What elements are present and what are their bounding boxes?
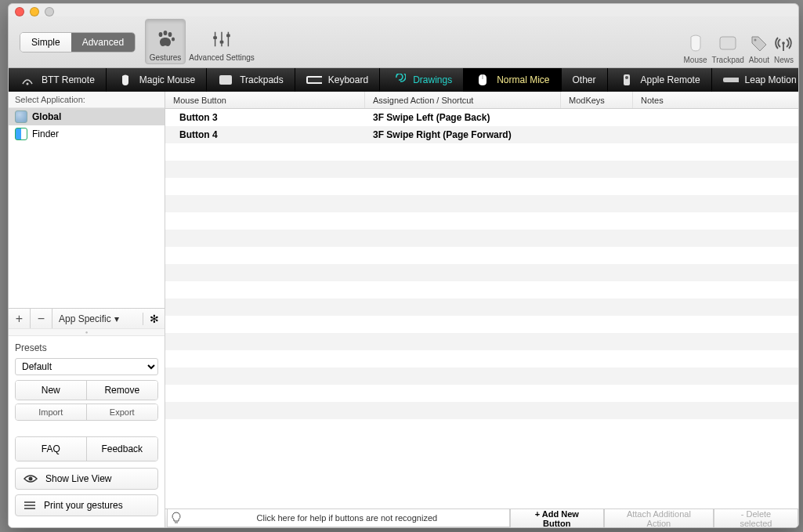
sidebar: Select Application: Global Finder + − Ap…: [9, 92, 165, 527]
th-notes[interactable]: Notes: [633, 92, 798, 108]
toolbar: Simple Advanced Gestures Advanced Settin…: [9, 16, 798, 68]
paw-icon: [154, 28, 176, 50]
main-area: Select Application: Global Finder + − Ap…: [9, 92, 798, 527]
zoom-icon[interactable]: [45, 7, 54, 16]
svg-point-2: [168, 32, 172, 37]
remove-app-button[interactable]: −: [31, 309, 52, 328]
tab-trackpads[interactable]: Trackpads: [207, 68, 295, 92]
tab-other[interactable]: Other: [562, 68, 608, 92]
finder-icon: [15, 128, 27, 140]
tab-btt-remote[interactable]: BTT Remote: [9, 68, 107, 92]
presets-select[interactable]: Default: [15, 358, 158, 375]
magic-mouse-icon: [118, 74, 133, 86]
titlebar: [9, 4, 798, 16]
spiral-icon: [391, 74, 407, 86]
svg-point-22: [29, 477, 33, 481]
tab-drawings[interactable]: Drawings: [380, 68, 464, 92]
th-mouse-button[interactable]: Mouse Button: [165, 92, 365, 108]
app-specific-dropdown[interactable]: App Specific ▾: [52, 313, 143, 324]
split-handle[interactable]: ●: [9, 328, 165, 336]
leap-icon: [723, 74, 739, 86]
globe-icon: [15, 110, 27, 123]
minimize-icon[interactable]: [30, 7, 39, 16]
svg-point-11: [754, 39, 756, 42]
tab-leap-motion[interactable]: Leap Motion: [712, 68, 799, 92]
bottom-bar: Click here for help if buttons are not r…: [165, 508, 798, 527]
presets-panel: Presets Default New Remove Import Export: [9, 336, 165, 430]
svg-rect-9: [226, 34, 230, 37]
lightbulb-icon: [168, 512, 185, 524]
keyboard-icon: [306, 74, 322, 86]
feedback-button[interactable]: Feedback: [87, 437, 158, 461]
mode-segment: Simple Advanced: [20, 32, 136, 52]
preset-remove-button[interactable]: Remove: [87, 381, 158, 400]
svg-point-1: [164, 31, 168, 35]
close-icon[interactable]: [15, 7, 24, 16]
svg-rect-8: [220, 41, 224, 44]
svg-rect-15: [219, 75, 232, 85]
add-new-button[interactable]: + Add New Button: [510, 509, 604, 528]
trackpads-icon: [218, 74, 233, 86]
th-action[interactable]: Assigned Action / Shortcut: [365, 92, 561, 108]
svg-point-0: [159, 32, 163, 37]
device-tabs: BTT Remote Magic Mouse Trackpads Keyboar…: [9, 68, 798, 92]
svg-point-14: [27, 83, 29, 85]
preset-new-button[interactable]: New: [16, 381, 87, 400]
print-gestures-button[interactable]: Print your gestures: [15, 494, 158, 516]
app-row-global[interactable]: Global: [9, 108, 165, 125]
sidebar-toolbar: + − App Specific ▾ ✻: [9, 308, 165, 328]
tab-normal-mice[interactable]: Normal Mice: [464, 68, 561, 92]
mode-simple-button[interactable]: Simple: [20, 33, 71, 52]
mouse-toolbar-button[interactable]: Mouse: [684, 34, 707, 64]
tab-keyboard[interactable]: Keyboard: [295, 68, 380, 92]
svg-rect-10: [720, 37, 736, 49]
about-toolbar-button[interactable]: About: [749, 34, 769, 64]
gear-icon[interactable]: ✻: [143, 313, 165, 325]
help-strip[interactable]: Click here for help if buttons are not r…: [167, 509, 510, 527]
table-row[interactable]: Button 3 3F Swipe Left (Page Back): [165, 109, 798, 126]
advanced-settings-label: Advanced Settings: [189, 53, 254, 62]
app-row-finder[interactable]: Finder: [9, 125, 165, 143]
th-modkeys[interactable]: ModKeys: [561, 92, 633, 108]
normal-mouse-icon: [475, 74, 490, 86]
add-app-button[interactable]: +: [9, 309, 31, 328]
app-list: Global Finder: [9, 108, 165, 143]
svg-rect-7: [213, 36, 217, 39]
antenna-icon: [774, 34, 793, 52]
sidebar-header: Select Application:: [9, 92, 165, 108]
advanced-settings-tab[interactable]: Advanced Settings: [186, 19, 258, 64]
tab-apple-remote[interactable]: Apple Remote: [608, 68, 712, 92]
presets-title: Presets: [15, 342, 158, 353]
app-window: Simple Advanced Gestures Advanced Settin…: [8, 3, 799, 528]
live-view-button[interactable]: Show Live View: [15, 468, 158, 490]
chevron-down-icon: ▾: [114, 313, 119, 324]
tab-magic-mouse[interactable]: Magic Mouse: [107, 68, 207, 92]
table-header: Mouse Button Assigned Action / Shortcut …: [165, 92, 798, 109]
svg-point-3: [172, 37, 175, 41]
svg-rect-21: [723, 78, 739, 82]
mouse-icon: [686, 34, 705, 52]
gestures-tab[interactable]: Gestures: [145, 19, 186, 64]
table-body[interactable]: Button 3 3F Swipe Left (Page Back) Butto…: [165, 109, 798, 508]
faq-button[interactable]: FAQ: [16, 437, 87, 461]
preset-import-button[interactable]: Import: [16, 404, 87, 420]
delete-selected-button: - Delete selected: [714, 509, 798, 528]
list-icon: [24, 501, 36, 510]
attach-action-button: Attach Additional Action: [604, 509, 714, 528]
svg-point-20: [625, 76, 628, 79]
table-row[interactable]: Button 4 3F Swipe Right (Page Forward): [165, 126, 798, 143]
content-area: Mouse Button Assigned Action / Shortcut …: [165, 92, 798, 527]
trackpad-icon: [718, 34, 737, 52]
preset-export-button[interactable]: Export: [87, 404, 158, 420]
sliders-icon: [211, 28, 233, 50]
mode-advanced-button[interactable]: Advanced: [71, 33, 135, 52]
remote-icon: [20, 74, 35, 86]
eye-icon: [24, 474, 38, 483]
gestures-label: Gestures: [150, 53, 182, 62]
trackpad-toolbar-button[interactable]: Trackpad: [712, 34, 744, 64]
apple-remote-icon: [619, 74, 635, 86]
tag-icon: [750, 34, 769, 52]
svg-rect-17: [308, 78, 322, 82]
news-toolbar-button[interactable]: News: [774, 34, 794, 64]
